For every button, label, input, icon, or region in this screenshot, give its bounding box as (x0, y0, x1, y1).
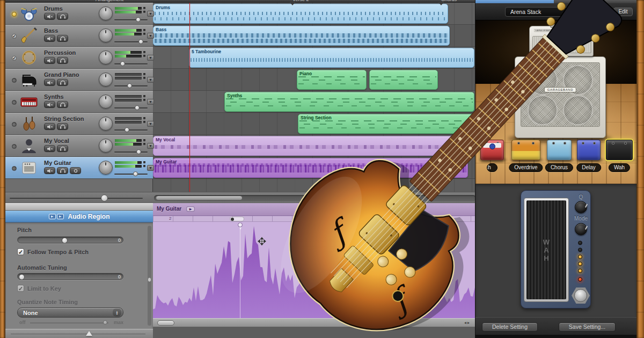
tuning-slider-thumb[interactable] (19, 274, 25, 280)
playhead[interactable] (189, 0, 190, 192)
mute-button[interactable] (44, 145, 55, 152)
mute-button[interactable] (44, 35, 55, 42)
status-dot-icon[interactable] (12, 166, 17, 171)
mute-button[interactable] (44, 123, 55, 130)
track-header-bass[interactable]: ✓Bass▼ (5, 25, 153, 47)
mute-button[interactable] (44, 101, 55, 108)
solo-button[interactable] (57, 145, 68, 152)
volume-slider[interactable] (114, 83, 148, 89)
chevron-down-icon[interactable]: ▼ (147, 165, 154, 171)
tracklist-zoom-slider[interactable] (10, 198, 143, 199)
track-header-my-guitar[interactable]: My Guitar▼ (5, 157, 153, 179)
chevron-down-icon[interactable]: ▼ (147, 121, 154, 127)
footswitch-button[interactable] (572, 287, 590, 304)
pitch-slider-thumb[interactable] (62, 238, 68, 243)
region-my-guitar[interactable]: My Guitar (153, 158, 468, 178)
status-dot-icon[interactable] (12, 78, 17, 83)
track-header-drums[interactable]: Drums▼ (5, 3, 153, 25)
track-header-synths[interactable]: Synths▼ (5, 91, 153, 113)
pedal-overdrive[interactable] (511, 140, 540, 160)
q-knob[interactable] (575, 201, 587, 213)
pan-knob[interactable] (99, 73, 113, 87)
zoom-slider-handle[interactable] (86, 331, 92, 336)
play-icon[interactable]: ▶ (186, 206, 195, 212)
region-segment[interactable] (369, 70, 438, 90)
strength-thumb[interactable] (103, 320, 107, 325)
check-icon[interactable]: ✓ (12, 34, 17, 39)
solo-button[interactable] (57, 35, 68, 42)
status-dot-icon[interactable] (12, 100, 17, 105)
mute-button[interactable] (44, 57, 55, 64)
waveform-display[interactable] (153, 222, 475, 318)
save-setting-button[interactable]: Save Setting... (559, 322, 616, 332)
volume-slider[interactable] (114, 17, 148, 23)
mute-button[interactable] (44, 79, 55, 86)
solo-button[interactable] (57, 167, 68, 174)
volume-slider[interactable] (114, 39, 148, 45)
record-enable-icon[interactable] (12, 12, 17, 17)
pedal-squash[interactable] (480, 140, 504, 160)
pan-knob[interactable] (99, 161, 113, 175)
volume-slider[interactable] (114, 127, 148, 133)
chevron-down-icon[interactable]: ▼ (147, 55, 154, 61)
volume-slider[interactable] (114, 171, 148, 177)
pan-knob[interactable] (99, 6, 113, 20)
solo-button[interactable] (57, 79, 68, 86)
follow-tempo-checkbox[interactable]: ✓ (17, 248, 24, 255)
pan-knob[interactable] (99, 117, 113, 131)
solo-button[interactable] (57, 13, 68, 20)
editor-hscroll-thumb[interactable] (157, 320, 174, 326)
mode-knob[interactable] (575, 223, 587, 235)
check-icon[interactable]: ✓ (12, 56, 17, 61)
chevron-down-icon[interactable]: ▼ (147, 99, 154, 105)
pan-knob[interactable] (99, 28, 113, 42)
region-drums[interactable]: Drums (153, 4, 448, 24)
solo-button[interactable] (57, 123, 68, 130)
tuning-slider[interactable]: 0 (17, 273, 123, 280)
preset-select[interactable]: Arena Stack ▲▼ (505, 7, 608, 17)
region-string-section[interactable]: String Section (298, 114, 474, 134)
pedal-delay[interactable] (577, 140, 601, 160)
tracklist-zoom-thumb[interactable] (101, 195, 108, 202)
editor-hscrollbar[interactable]: ◂▸ (153, 318, 475, 327)
pedal-wah[interactable] (606, 140, 633, 160)
mute-button[interactable] (44, 167, 55, 174)
track-header-my-vocal[interactable]: My Vocal▼ (5, 135, 153, 157)
volume-slider[interactable] (114, 149, 148, 155)
scroll-arrows-icon[interactable]: ◂▸ (464, 320, 471, 325)
volume-slider[interactable] (114, 105, 148, 111)
delete-setting-button[interactable]: Delete Setting (482, 322, 538, 332)
region-bass[interactable]: Bass (153, 26, 450, 46)
pitch-slider[interactable]: 0 (17, 236, 123, 243)
region-anchor-pill[interactable] (230, 217, 244, 221)
quantize-strength-slider[interactable]: off max (17, 320, 123, 326)
tuning-marker[interactable] (238, 222, 243, 227)
limit-to-key-checkbox[interactable]: ✓ (17, 285, 24, 292)
track-header-percussion[interactable]: ✓Percussion▼ (5, 47, 153, 69)
pan-knob[interactable] (99, 51, 113, 64)
region-my-vocal[interactable]: My Vocal (153, 136, 465, 156)
editor-ruler[interactable]: 2 (153, 216, 475, 222)
volume-slider[interactable] (114, 61, 148, 67)
status-dot-icon[interactable] (12, 144, 17, 149)
mute-button[interactable] (44, 13, 55, 20)
panel-vscrollbar[interactable] (148, 226, 151, 326)
chevron-down-icon[interactable]: ▼ (147, 143, 154, 149)
pan-knob[interactable] (99, 95, 113, 109)
solo-button[interactable] (57, 57, 68, 64)
track-header-grand-piano[interactable]: Grand Piano▼ (5, 69, 153, 91)
region-5-tambourine[interactable]: 5 Tambourine (189, 48, 474, 68)
chevron-down-icon[interactable]: ▼ (147, 33, 154, 39)
timeline[interactable]: DrumsBass5 TambourinePianoSynthsString S… (153, 0, 475, 192)
pan-knob[interactable] (99, 139, 113, 153)
timeline-hscrollbar[interactable] (154, 195, 476, 201)
wah-treadle[interactable]: WAH (524, 198, 569, 302)
timeline-hscroll-thumb[interactable] (156, 196, 243, 200)
fx-button[interactable] (70, 167, 81, 174)
track-header-string-section[interactable]: String Section▼ (5, 113, 153, 135)
chevron-down-icon[interactable]: ▼ (147, 77, 154, 83)
region-synths[interactable]: Synths (224, 92, 474, 112)
region-piano[interactable]: Piano (297, 70, 367, 90)
solo-button[interactable] (57, 101, 68, 108)
quantize-select[interactable]: None ▲▼ (17, 307, 123, 318)
